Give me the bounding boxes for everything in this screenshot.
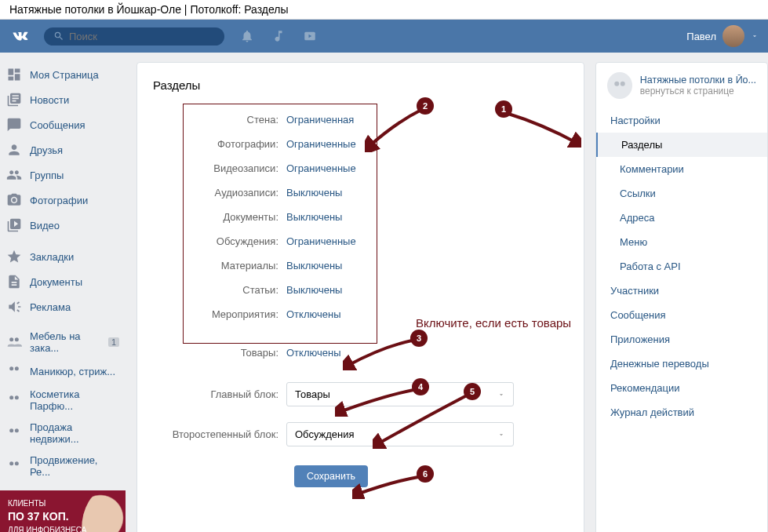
setting-label-4: Документы: (153, 211, 286, 223)
search-input[interactable] (69, 31, 210, 42)
nav-photos[interactable]: Фотографии (0, 188, 126, 213)
setting-label-8: Мероприятия: (153, 308, 286, 320)
nav-ads[interactable]: Реклама (0, 294, 126, 319)
setting-value-5[interactable]: Ограниченные (286, 235, 356, 247)
right-item-10[interactable]: Денежные переводы (596, 352, 767, 376)
annot-3: 3 (410, 330, 428, 347)
nav-grp-3[interactable]: Продажа недвижи... (0, 417, 126, 450)
left-nav: Моя Страница Новости Сообщения Друзья Гр… (0, 62, 126, 532)
nav-grp-4[interactable]: Продвижение, Ре... (0, 450, 126, 483)
back-link[interactable]: вернуться к странице (640, 86, 756, 97)
nav-my-page[interactable]: Моя Страница (0, 62, 126, 87)
chevron-down-icon (751, 32, 759, 40)
nav-grp-0[interactable]: Мебель на зака...1 (0, 326, 126, 359)
setting-label-5: Обсуждения: (153, 235, 286, 247)
video-icon[interactable] (303, 29, 317, 43)
right-item-11[interactable]: Рекомендации (596, 376, 767, 400)
annot-6: 6 (417, 465, 434, 483)
svg-point-12 (621, 82, 625, 86)
notifications-icon[interactable] (240, 29, 254, 43)
page-title: Разделы (153, 78, 568, 92)
chevron-down-icon (497, 431, 505, 439)
svg-point-11 (614, 82, 619, 86)
search-icon (53, 31, 64, 42)
svg-point-3 (9, 366, 13, 370)
topbar: Павел (0, 20, 768, 53)
annot-2: 2 (417, 97, 434, 115)
nav-videos[interactable]: Видео (0, 213, 126, 238)
setting-value-8[interactable]: Отключены (286, 308, 340, 320)
setting-value-4[interactable]: Выключены (286, 211, 342, 223)
nav-bookmarks[interactable]: Закладки (0, 244, 126, 269)
right-item-1[interactable]: Разделы (596, 133, 767, 157)
secondary-block-select[interactable]: Обсуждения (286, 422, 514, 446)
svg-point-10 (15, 461, 19, 465)
svg-point-9 (9, 461, 13, 465)
right-sidebar: Натяжные потолки в Йо... вернуться к стр… (595, 62, 768, 532)
setting-value-6[interactable]: Выключены (286, 260, 342, 271)
svg-point-1 (9, 337, 13, 341)
products-value[interactable]: Отключены (286, 347, 340, 359)
music-icon[interactable] (271, 29, 286, 43)
setting-value-7[interactable]: Выключены (286, 284, 342, 296)
annot-5: 5 (464, 383, 481, 400)
group-avatar (607, 72, 632, 99)
nav-grp-1[interactable]: Маникюр, стриж... (0, 359, 126, 384)
setting-value-2[interactable]: Ограниченные (286, 162, 356, 174)
badge: 1 (108, 337, 119, 347)
chevron-down-icon (497, 391, 505, 399)
svg-point-5 (9, 395, 13, 399)
setting-value-3[interactable]: Выключены (286, 187, 342, 199)
avatar (723, 25, 744, 47)
right-item-3[interactable]: Ссылки (596, 181, 767, 206)
products-label: Товары: (153, 347, 286, 359)
ad-block[interactable]: КЛИЕНТЫ ПО 37 КОП. ДЛЯ ИНФОБИЗНЕСА ↓ (0, 490, 126, 532)
setting-value-1[interactable]: Ограниченные (286, 138, 356, 150)
right-item-2[interactable]: Комментарии (596, 157, 767, 181)
svg-point-7 (9, 428, 13, 432)
nav-messages[interactable]: Сообщения (0, 112, 126, 137)
right-item-6[interactable]: Работа с API (596, 254, 767, 279)
annot-tip: Включите, если есть товары (416, 315, 571, 331)
setting-label-6: Материалы: (153, 260, 286, 271)
nav-friends[interactable]: Друзья (0, 137, 126, 162)
username: Павел (686, 31, 716, 42)
save-button[interactable]: Сохранить (294, 465, 368, 487)
setting-label-2: Видеозаписи: (153, 162, 286, 174)
nav-documents[interactable]: Документы (0, 269, 126, 294)
setting-label-3: Аудиозаписи: (153, 187, 286, 199)
annot-1: 1 (495, 100, 512, 118)
secondary-block-label: Второстепенный блок: (153, 428, 286, 440)
right-item-0[interactable]: Настройки (596, 108, 767, 133)
setting-value-0[interactable]: Ограниченная (286, 114, 354, 126)
setting-label-7: Статьи: (153, 284, 286, 296)
right-item-8[interactable]: Сообщения (596, 303, 767, 327)
nav-news[interactable]: Новости (0, 87, 126, 112)
right-item-9[interactable]: Приложения (596, 327, 767, 352)
svg-point-2 (15, 337, 19, 341)
browser-title: Натяжные потолки в Йошкар-Оле | Потолкоf… (0, 0, 768, 20)
main-block-label: Главный блок: (153, 388, 286, 400)
nav-groups[interactable]: Группы (0, 162, 126, 188)
svg-point-4 (15, 366, 19, 370)
group-name[interactable]: Натяжные потолки в Йо... (640, 75, 756, 86)
nav-grp-2[interactable]: Косметика Парфю... (0, 384, 126, 417)
annot-4: 4 (412, 378, 429, 395)
vk-logo[interactable] (9, 25, 31, 47)
setting-label-0: Стена: (153, 114, 286, 126)
search-box[interactable] (44, 27, 224, 46)
right-item-5[interactable]: Меню (596, 230, 767, 254)
right-item-7[interactable]: Участники (596, 279, 767, 303)
right-item-12[interactable]: Журнал действий (596, 400, 767, 425)
content-panel: Разделы Стена:ОграниченнаяФотографии:Огр… (136, 62, 584, 532)
svg-point-8 (15, 428, 19, 432)
right-item-4[interactable]: Адреса (596, 206, 767, 230)
setting-label-1: Фотографии: (153, 138, 286, 150)
svg-point-6 (15, 395, 19, 399)
user-menu[interactable]: Павел (686, 25, 759, 47)
